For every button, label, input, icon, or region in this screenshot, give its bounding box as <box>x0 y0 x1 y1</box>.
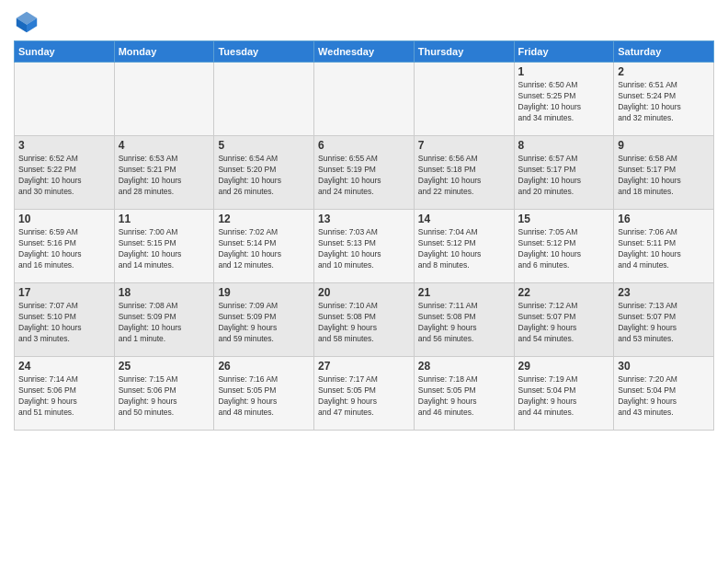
day-info: Sunrise: 6:59 AM Sunset: 5:16 PM Dayligh… <box>18 227 110 271</box>
day-info: Sunrise: 6:52 AM Sunset: 5:22 PM Dayligh… <box>18 154 110 198</box>
calendar-cell: 30Sunrise: 7:20 AM Sunset: 5:04 PM Dayli… <box>614 357 714 431</box>
day-info: Sunrise: 7:08 AM Sunset: 5:09 PM Dayligh… <box>119 301 210 345</box>
day-header-tuesday: Tuesday <box>214 41 314 63</box>
calendar-cell: 21Sunrise: 7:11 AM Sunset: 5:08 PM Dayli… <box>414 283 514 357</box>
day-info: Sunrise: 6:57 AM Sunset: 5:17 PM Dayligh… <box>518 154 610 198</box>
calendar-cell: 4Sunrise: 6:53 AM Sunset: 5:21 PM Daylig… <box>114 136 214 210</box>
calendar-cell: 29Sunrise: 7:19 AM Sunset: 5:04 PM Dayli… <box>514 357 614 431</box>
day-info: Sunrise: 7:10 AM Sunset: 5:08 PM Dayligh… <box>318 301 410 345</box>
day-info: Sunrise: 6:58 AM Sunset: 5:17 PM Dayligh… <box>618 154 710 198</box>
calendar-cell <box>314 63 415 136</box>
day-number: 11 <box>119 213 210 225</box>
day-number: 9 <box>618 139 710 152</box>
day-info: Sunrise: 6:54 AM Sunset: 5:20 PM Dayligh… <box>218 154 310 198</box>
day-number: 22 <box>518 286 610 299</box>
day-info: Sunrise: 7:07 AM Sunset: 5:10 PM Dayligh… <box>18 301 110 345</box>
calendar-cell: 1Sunrise: 6:50 AM Sunset: 5:25 PM Daylig… <box>514 63 614 136</box>
day-info: Sunrise: 6:50 AM Sunset: 5:25 PM Dayligh… <box>518 80 610 124</box>
calendar-cell: 15Sunrise: 7:05 AM Sunset: 5:12 PM Dayli… <box>514 210 614 283</box>
header <box>14 9 714 35</box>
day-info: Sunrise: 7:19 AM Sunset: 5:04 PM Dayligh… <box>518 374 610 419</box>
day-number: 28 <box>418 360 510 373</box>
calendar-cell: 20Sunrise: 7:10 AM Sunset: 5:08 PM Dayli… <box>314 283 415 357</box>
page-container: SundayMondayTuesdayWednesdayThursdayFrid… <box>0 0 728 435</box>
day-header-saturday: Saturday <box>614 41 714 63</box>
calendar-table: SundayMondayTuesdayWednesdayThursdayFrid… <box>14 40 714 431</box>
calendar-cell <box>414 63 514 136</box>
calendar-cell: 13Sunrise: 7:03 AM Sunset: 5:13 PM Dayli… <box>314 210 415 283</box>
calendar-cell: 23Sunrise: 7:13 AM Sunset: 5:07 PM Dayli… <box>614 283 714 357</box>
day-number: 24 <box>18 360 110 373</box>
day-info: Sunrise: 7:09 AM Sunset: 5:09 PM Dayligh… <box>218 301 310 345</box>
day-info: Sunrise: 7:16 AM Sunset: 5:05 PM Dayligh… <box>218 374 310 419</box>
calendar-cell: 11Sunrise: 7:00 AM Sunset: 5:15 PM Dayli… <box>114 210 214 283</box>
calendar-cell: 10Sunrise: 6:59 AM Sunset: 5:16 PM Dayli… <box>15 210 115 283</box>
day-number: 20 <box>318 286 410 299</box>
calendar-cell: 7Sunrise: 6:56 AM Sunset: 5:18 PM Daylig… <box>414 136 514 210</box>
day-info: Sunrise: 6:56 AM Sunset: 5:18 PM Dayligh… <box>418 154 510 198</box>
day-info: Sunrise: 7:11 AM Sunset: 5:08 PM Dayligh… <box>418 301 510 345</box>
calendar-cell <box>114 63 214 136</box>
calendar-cell: 9Sunrise: 6:58 AM Sunset: 5:17 PM Daylig… <box>614 136 714 210</box>
day-info: Sunrise: 7:05 AM Sunset: 5:12 PM Dayligh… <box>518 227 610 271</box>
day-info: Sunrise: 6:53 AM Sunset: 5:21 PM Dayligh… <box>119 154 210 198</box>
day-number: 4 <box>119 139 210 152</box>
calendar-cell: 25Sunrise: 7:15 AM Sunset: 5:06 PM Dayli… <box>114 357 214 431</box>
day-info: Sunrise: 7:03 AM Sunset: 5:13 PM Dayligh… <box>318 227 410 271</box>
day-number: 12 <box>218 213 310 225</box>
calendar-cell: 5Sunrise: 6:54 AM Sunset: 5:20 PM Daylig… <box>214 136 314 210</box>
calendar-cell <box>214 63 314 136</box>
day-info: Sunrise: 6:55 AM Sunset: 5:19 PM Dayligh… <box>318 154 410 198</box>
calendar-cell: 19Sunrise: 7:09 AM Sunset: 5:09 PM Dayli… <box>214 283 314 357</box>
day-number: 7 <box>418 139 510 152</box>
calendar-cell: 16Sunrise: 7:06 AM Sunset: 5:11 PM Dayli… <box>614 210 714 283</box>
day-info: Sunrise: 7:04 AM Sunset: 5:12 PM Dayligh… <box>418 227 510 271</box>
day-number: 6 <box>318 139 410 152</box>
day-number: 29 <box>518 360 610 373</box>
calendar-cell: 14Sunrise: 7:04 AM Sunset: 5:12 PM Dayli… <box>414 210 514 283</box>
day-header-wednesday: Wednesday <box>314 41 415 63</box>
week-row-4: 24Sunrise: 7:14 AM Sunset: 5:06 PM Dayli… <box>15 357 714 431</box>
calendar-cell: 26Sunrise: 7:16 AM Sunset: 5:05 PM Dayli… <box>214 357 314 431</box>
day-number: 25 <box>119 360 210 373</box>
calendar-cell: 2Sunrise: 6:51 AM Sunset: 5:24 PM Daylig… <box>614 63 714 136</box>
day-number: 19 <box>218 286 310 299</box>
day-number: 10 <box>18 213 110 225</box>
logo <box>14 9 43 35</box>
logo-icon <box>14 9 40 35</box>
day-number: 13 <box>318 213 410 225</box>
day-number: 1 <box>518 65 610 78</box>
calendar-cell: 17Sunrise: 7:07 AM Sunset: 5:10 PM Dayli… <box>15 283 115 357</box>
day-number: 17 <box>18 286 110 299</box>
calendar-cell: 24Sunrise: 7:14 AM Sunset: 5:06 PM Dayli… <box>15 357 115 431</box>
day-number: 3 <box>18 139 110 152</box>
calendar-cell: 12Sunrise: 7:02 AM Sunset: 5:14 PM Dayli… <box>214 210 314 283</box>
day-number: 5 <box>218 139 310 152</box>
day-number: 30 <box>618 360 710 373</box>
day-number: 27 <box>318 360 410 373</box>
week-row-3: 17Sunrise: 7:07 AM Sunset: 5:10 PM Dayli… <box>15 283 714 357</box>
day-header-friday: Friday <box>514 41 614 63</box>
calendar-cell: 6Sunrise: 6:55 AM Sunset: 5:19 PM Daylig… <box>314 136 415 210</box>
day-header-sunday: Sunday <box>15 41 115 63</box>
day-number: 16 <box>618 213 710 225</box>
week-row-2: 10Sunrise: 6:59 AM Sunset: 5:16 PM Dayli… <box>15 210 714 283</box>
day-info: Sunrise: 7:00 AM Sunset: 5:15 PM Dayligh… <box>119 227 210 271</box>
day-number: 18 <box>119 286 210 299</box>
calendar-cell: 3Sunrise: 6:52 AM Sunset: 5:22 PM Daylig… <box>15 136 115 210</box>
week-row-1: 3Sunrise: 6:52 AM Sunset: 5:22 PM Daylig… <box>15 136 714 210</box>
header-row: SundayMondayTuesdayWednesdayThursdayFrid… <box>15 41 714 63</box>
day-header-monday: Monday <box>114 41 214 63</box>
calendar-cell <box>15 63 115 136</box>
calendar-cell: 18Sunrise: 7:08 AM Sunset: 5:09 PM Dayli… <box>114 283 214 357</box>
day-info: Sunrise: 7:20 AM Sunset: 5:04 PM Dayligh… <box>618 374 710 419</box>
day-info: Sunrise: 7:06 AM Sunset: 5:11 PM Dayligh… <box>618 227 710 271</box>
day-info: Sunrise: 6:51 AM Sunset: 5:24 PM Dayligh… <box>618 80 710 124</box>
day-number: 15 <box>518 213 610 225</box>
day-info: Sunrise: 7:14 AM Sunset: 5:06 PM Dayligh… <box>18 374 110 419</box>
day-info: Sunrise: 7:12 AM Sunset: 5:07 PM Dayligh… <box>518 301 610 345</box>
day-number: 26 <box>218 360 310 373</box>
day-info: Sunrise: 7:13 AM Sunset: 5:07 PM Dayligh… <box>618 301 710 345</box>
day-header-thursday: Thursday <box>414 41 514 63</box>
week-row-0: 1Sunrise: 6:50 AM Sunset: 5:25 PM Daylig… <box>15 63 714 136</box>
